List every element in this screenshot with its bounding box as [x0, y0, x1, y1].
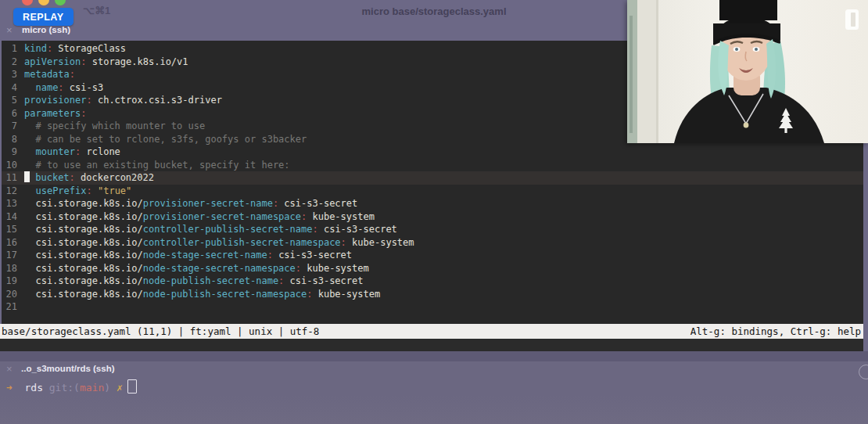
- line-number: 6: [2, 107, 17, 120]
- statusbar: base/storageclass.yaml (11,1) | ft:yaml …: [0, 324, 863, 339]
- editor-line-9[interactable]: 9 mounter: rclone: [2, 146, 863, 159]
- code-token: rclone: [81, 146, 120, 157]
- editor-line-11[interactable]: 11 bucket: dockercon2022: [2, 171, 863, 185]
- code-token: :: [341, 237, 346, 248]
- editor-line-17[interactable]: 17 csi.storage.k8s.io/node-stage-secret-…: [2, 249, 863, 262]
- code-token: :: [312, 224, 317, 235]
- code-token: csi.storage.k8s.io/: [24, 224, 143, 235]
- window-reflection-line: [629, 16, 633, 133]
- tab-close-icon[interactable]: ×: [6, 24, 13, 36]
- code-token: controller-publish-secret-name: [143, 224, 313, 235]
- line-number: 20: [2, 288, 17, 301]
- prompt-segment: ): [104, 382, 117, 393]
- line-number: 21: [2, 300, 17, 314]
- code-token: controller-publish-secret-namespace: [143, 237, 341, 248]
- code-token: storage.k8s.io/v1: [86, 56, 188, 67]
- prompt-segment: git:(: [49, 382, 80, 393]
- editor-line-10[interactable]: 10 # to use an existing bucket, specify …: [2, 159, 863, 172]
- code-token: StorageClass: [52, 43, 126, 54]
- code-token: bucket: [35, 172, 69, 183]
- editor-line-12[interactable]: 12 usePrefix: "true": [2, 185, 863, 198]
- code-token: :: [58, 82, 63, 93]
- shell-prompt[interactable]: ➜ rds git:(main) ✗: [6, 379, 137, 395]
- prompt-segment: ✗: [117, 382, 123, 393]
- beanie-top: [719, 0, 777, 20]
- necklace-pendant: [744, 123, 749, 128]
- editor-line-20[interactable]: 20 csi.storage.k8s.io/node-publish-secre…: [2, 288, 863, 301]
- line-number: 7: [2, 120, 17, 133]
- code-token: csi-s3: [64, 82, 104, 93]
- line-number: 17: [2, 249, 17, 262]
- code-token: node-stage-secret-name: [143, 250, 267, 261]
- line-number: 12: [2, 185, 17, 198]
- line-number: 13: [2, 197, 17, 210]
- second-terminal-window: × ..o_s3mount/rds (ssh) ➜ rds git:(main)…: [0, 351, 868, 424]
- code-token: parameters: [24, 108, 81, 119]
- line-number: 19: [2, 275, 17, 288]
- code-token: provisioner-secret-namespace: [143, 211, 301, 222]
- code-token: :: [86, 95, 91, 106]
- code-token: kind: [24, 43, 47, 54]
- text-cursor: [24, 171, 30, 182]
- code-token: csi-s3-secret: [278, 198, 357, 209]
- code-token: dockercon2022: [75, 172, 154, 183]
- code-token: [24, 185, 35, 196]
- wall-column: [637, 0, 658, 143]
- code-token: # can be set to rclone, s3fs, goofys or …: [24, 134, 307, 145]
- editor-line-13[interactable]: 13 csi.storage.k8s.io/provisioner-secret…: [2, 197, 863, 210]
- code-token: kube-system: [301, 263, 369, 274]
- line-number: 10: [2, 159, 17, 172]
- iris-left: [735, 48, 738, 51]
- code-token: apiVersion: [24, 56, 81, 67]
- tab-label[interactable]: micro (ssh): [22, 25, 70, 34]
- code-token: ch.ctrox.csi.s3-driver: [92, 95, 222, 106]
- code-token: csi.storage.k8s.io/: [24, 289, 143, 300]
- line-number: 8: [2, 133, 17, 146]
- editor-line-16[interactable]: 16 csi.storage.k8s.io/controller-publish…: [2, 236, 863, 250]
- code-token: node-publish-secret-namespace: [143, 289, 307, 300]
- line-number: 18: [2, 262, 17, 275]
- line-number: 14: [2, 210, 17, 224]
- line-number: 3: [2, 68, 17, 81]
- code-token: kube-system: [307, 211, 375, 222]
- line-number: 5: [2, 94, 17, 107]
- prompt-segment: main: [80, 382, 104, 393]
- bottom-tab-close-icon[interactable]: ×: [6, 363, 13, 375]
- code-token: :: [70, 172, 75, 183]
- webcam-picture: [627, 0, 868, 143]
- line-number: 9: [2, 146, 17, 159]
- corner-icon[interactable]: [859, 365, 868, 379]
- shell-cursor: [127, 379, 137, 393]
- code-token: "true": [98, 185, 131, 196]
- bottom-tab-label[interactable]: ..o_s3mount/rds (ssh): [21, 364, 115, 373]
- code-token: # to use an existing bucket, specify it …: [24, 160, 290, 171]
- code-token: # specify which mounter to use: [24, 120, 205, 131]
- code-token: usePrefix: [35, 185, 86, 196]
- code-token: :: [86, 185, 91, 196]
- code-token: csi-s3-secret: [273, 250, 352, 261]
- line-number: 4: [2, 81, 17, 95]
- editor-line-15[interactable]: 15 csi.storage.k8s.io/controller-publish…: [2, 223, 863, 236]
- code-token: [92, 185, 98, 196]
- code-token: :: [70, 69, 75, 80]
- code-token: csi.storage.k8s.io/: [24, 250, 143, 261]
- editor-line-14[interactable]: 14 csi.storage.k8s.io/provisioner-secret…: [2, 210, 863, 224]
- code-token: metadata: [24, 69, 70, 80]
- iris-right: [755, 48, 758, 51]
- code-token: kube-system: [346, 237, 414, 248]
- line-number: 11: [2, 171, 17, 185]
- webcam-device-icon: [845, 9, 859, 30]
- editor-line-21[interactable]: 21: [2, 300, 863, 314]
- code-token: csi-s3-secret: [318, 224, 397, 235]
- code-token: [24, 146, 35, 157]
- code-token: provisioner: [24, 95, 86, 106]
- editor-line-19[interactable]: 19 csi.storage.k8s.io/node-publish-secre…: [2, 275, 863, 288]
- statusbar-file-info: base/storageclass.yaml (11,1) | ft:yaml …: [2, 324, 319, 339]
- code-token: :: [267, 250, 273, 261]
- prompt-segment: ➜: [6, 382, 13, 393]
- editor-line-18[interactable]: 18 csi.storage.k8s.io/node-stage-secret-…: [2, 262, 863, 275]
- code-token: :: [296, 263, 301, 274]
- prompt-segment: rds: [13, 382, 49, 393]
- code-token: kube-system: [312, 289, 380, 300]
- statusbar-help-hint: Alt-g: bindings, Ctrl-g: help: [690, 324, 861, 339]
